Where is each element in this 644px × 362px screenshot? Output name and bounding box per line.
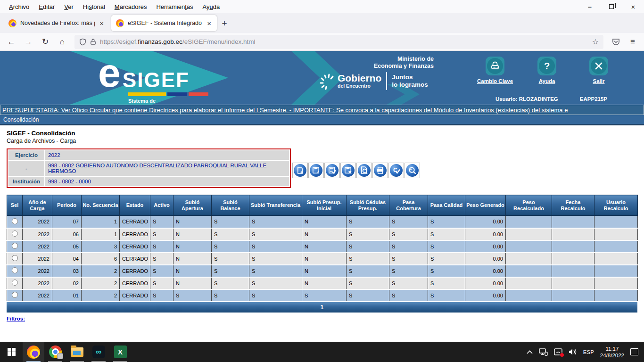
menu-ayuda[interactable]: Ayuda [198,1,224,12]
browser-tab-2[interactable]: eSIGEF - Sistema Integrado de Gestió× [111,15,217,31]
reload-button[interactable]: ↻ [38,35,53,49]
ayuda-button[interactable]: ?Ayuda [529,57,565,84]
menu-herramientas[interactable]: Herramientas [152,1,197,12]
home-button[interactable]: ⌂ [55,35,70,49]
table-cell: S [428,265,465,277]
taskbar-webex[interactable]: ∞ [88,342,109,362]
flag-stripe [128,92,208,96]
table-cell [506,277,552,289]
document-search-button[interactable] [356,163,372,178]
volume-icon[interactable] [569,348,577,355]
restore-button[interactable] [601,0,622,13]
column-header: Subió Cédulas Presup. [347,195,389,216]
table-cell: 2022 [23,289,52,302]
toolbar: C [292,163,421,178]
column-header: Usuario Recalculo [594,195,638,216]
table-cell: S [428,216,465,228]
cambio-clave-button[interactable]: Cambio Clave [477,57,513,84]
system-tray: ESP 11:17 24/8/2022 [527,342,644,362]
folder-icon [71,347,83,357]
network-icon[interactable] [539,348,548,356]
notification-app-icon[interactable] [554,348,562,356]
row-select-radio[interactable] [12,267,18,273]
taskbar-chrome[interactable] [44,342,66,362]
filters-link[interactable]: Filtros: [7,316,25,321]
row-select-radio[interactable] [12,292,18,298]
menu-ver[interactable]: Ver [60,1,78,12]
divider [386,72,387,90]
url-text[interactable]: https://esigef.finanzas.gob.ec/eSIGEF/me… [100,38,588,45]
recalculate-search-button[interactable] [405,163,420,178]
new-tab-button[interactable]: + [217,16,232,31]
action-label[interactable]: Salir [593,78,605,84]
tab-close-icon[interactable]: × [99,19,105,27]
table-cell: CERRADO [120,265,150,277]
table-cell: S [249,253,302,265]
clock[interactable]: 11:17 24/8/2022 [600,346,624,359]
language-indicator[interactable]: ESP [583,349,594,355]
table-cell [506,289,552,302]
print-button[interactable] [372,163,388,178]
shield-icon[interactable] [79,38,86,46]
validate-icon: C [390,164,403,177]
main-content: SIGEF - Consolidación Carga de Archivos … [0,125,644,342]
taskbar-explorer[interactable] [66,342,88,362]
hamburger-menu-icon[interactable]: ≡ [625,35,640,49]
row-select-radio[interactable] [12,230,18,237]
row-select-radio[interactable] [12,243,18,249]
table-cell [552,289,594,302]
tab-close-icon[interactable]: × [206,19,212,27]
lock-icon[interactable] [90,38,96,45]
close-window-button[interactable]: × [622,0,644,13]
minimize-button[interactable]: − [579,0,601,13]
forward-button[interactable]: → [21,35,36,49]
table-row: 2022053CERRADOSNSSNSSS0.00 [7,240,638,253]
row-select-radio[interactable] [12,218,18,224]
row-select-radio[interactable] [12,255,18,261]
action-label[interactable]: Ayuda [539,78,555,84]
url-bar[interactable]: https://esigef.finanzas.gob.ec/eSIGEF/me… [74,35,603,49]
tray-expand-icon[interactable] [527,350,533,354]
table-cell: S [150,240,173,253]
tab-title: eSIGEF - Sistema Integrado de Gestió [128,20,202,26]
table-cell: S [428,253,465,265]
column-header: Año de Carga [23,195,52,216]
table-cell [594,277,638,289]
table-cell: N [302,277,347,289]
document-search-icon [358,164,371,177]
column-header: Subió Balance [212,195,249,216]
table-cell [506,216,552,228]
table-cell: N [302,253,347,265]
page-subtitle: Carga de Archivos - Carga [7,138,644,144]
table-cell [552,240,594,253]
firefox-icon [27,346,40,359]
save-upload-button[interactable] [308,163,324,178]
new-document-button[interactable] [292,163,308,178]
action-label[interactable]: Cambio Clave [477,78,513,84]
menu-marcadores[interactable]: Marcadores [110,1,151,12]
menu-historial[interactable]: Historial [79,1,109,12]
row-select-radio[interactable] [12,280,18,286]
back-button[interactable]: ← [4,35,19,49]
taskbar-excel[interactable]: X [109,342,131,362]
table-cell: 0.00 [465,289,506,302]
save-delete-button[interactable] [340,163,356,178]
start-button[interactable] [0,342,23,362]
pocket-icon[interactable] [608,35,623,49]
table-cell: 2 [82,289,120,302]
salir-button[interactable]: Salir [581,57,617,84]
form-check-button[interactable] [324,163,340,178]
taskbar-firefox[interactable] [23,342,44,362]
action-center-icon[interactable] [630,348,638,355]
browser-tab-1[interactable]: Novedades de Firefox: más priva× [4,15,109,31]
validate-button[interactable]: C [388,163,404,178]
notice-ticker[interactable]: PRESUPUESTARIA: Ver Oficio Circular que … [0,105,644,115]
menu-editar[interactable]: Editar [34,1,59,12]
column-header: Peso Generado [465,195,506,216]
page-number[interactable]: 1 [321,304,324,311]
bookmark-star-icon[interactable]: ☆ [592,37,599,46]
table-cell: S [389,277,428,289]
table-cell [506,253,552,265]
menu-archivo[interactable]: Archivo [5,1,33,12]
table-cell: N [173,228,212,240]
